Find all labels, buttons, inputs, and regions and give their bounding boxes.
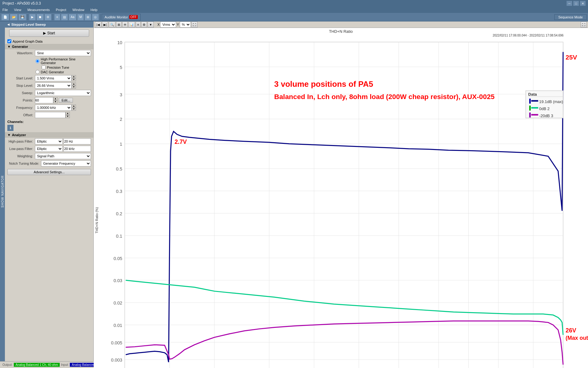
toolbar-btn-4[interactable]: ⚙ [44, 14, 51, 21]
advanced-settings-button[interactable]: Advanced Settings... [7, 169, 91, 175]
precision-tune-row: Precision Tune [36, 65, 91, 69]
waveform-select[interactable]: Sine [35, 50, 91, 56]
offset-input[interactable] [35, 112, 66, 118]
start-level-up[interactable]: ▲ [72, 75, 76, 78]
chart-tb-6[interactable]: ≡ [136, 21, 141, 28]
freq-up[interactable]: ▲ [72, 105, 76, 108]
highpass-label: High-pass Filter: [7, 140, 35, 143]
analyzer-section-header[interactable]: ▼ Analyzer [5, 132, 93, 138]
chart-tb-expand[interactable]: ⛶ [191, 21, 198, 28]
toolbar-sep-2 [53, 14, 53, 20]
sweep-select[interactable]: Logarithmic Linear [35, 90, 91, 96]
points-up[interactable]: ▲ [53, 97, 58, 100]
toolbar-open[interactable]: 📂 [10, 14, 18, 21]
dac-label: DAC Generator [41, 70, 64, 74]
start-level-select[interactable]: 1.500 Vrms [35, 75, 72, 81]
points-input[interactable] [35, 97, 53, 103]
chart-tb-cursor[interactable]: ✛ [122, 21, 128, 28]
frequency-select[interactable]: 1.00000 kHz [35, 105, 72, 111]
chart-tb-grid[interactable]: ⊞ [116, 21, 122, 28]
menu-view[interactable]: View [13, 7, 23, 12]
points-label: Points: [7, 98, 35, 102]
chart-tb-8[interactable]: ▼ [148, 21, 154, 28]
dac-radio-row: DAC Generator [36, 70, 91, 74]
main-toolbar: 📄 📂 💾 ▶ ⏹ ⚙ ≡ ▤ Aa M ⊞ ◎ Audible Monitor… [0, 13, 588, 21]
analyzer-collapse-icon: ▼ [7, 133, 11, 137]
high-perf-radio[interactable] [36, 59, 40, 63]
notch-select[interactable]: Generator Frequency [41, 160, 91, 167]
start-level-spinner-btns: ▲ ▼ [72, 75, 76, 81]
toolbar-btn-3[interactable]: ⏹ [36, 14, 44, 21]
output-label: Output: [2, 363, 13, 366]
points-down[interactable]: ▼ [53, 100, 58, 103]
edit-button[interactable]: Edit... [59, 98, 73, 103]
window-controls: ─ □ ✕ [567, 1, 586, 6]
lowpass-filter-select[interactable]: Elliptic [35, 146, 63, 152]
legend-label-3: -20dB 3 [539, 113, 553, 118]
precision-tune-checkbox[interactable] [42, 65, 46, 69]
sequence-mode-button[interactable]: Sequence Mode [554, 14, 587, 20]
menu-measurements[interactable]: Measurements [26, 7, 51, 12]
legend-check-2 [529, 105, 531, 110]
stop-level-up[interactable]: ▲ [72, 82, 76, 86]
toolbar-btn-6[interactable]: ▤ [61, 14, 68, 21]
output-value: Analog Balanced 1 Ch, 40 ohm [14, 363, 60, 367]
lowpass-value-input[interactable] [63, 146, 91, 152]
annotation-line1: 3 volume positions of PA5 [274, 80, 373, 88]
start-button[interactable]: ▶ Start [9, 29, 89, 37]
chart-tb-2[interactable]: ▶| [102, 21, 108, 28]
append-graph-checkbox[interactable] [7, 39, 11, 43]
annotation-27v: 2.7V [175, 138, 187, 145]
toolbar-btn-10[interactable]: ◎ [92, 14, 99, 21]
offset-up[interactable]: ▲ [66, 112, 70, 115]
freq-down[interactable]: ▼ [72, 108, 76, 111]
chart-toolbar: |◀ ▶| 🔍 ⊞ ✛ 📊 ≡ ⚙ ▼ X Vrms Y % ⛶ ⛶ [94, 21, 588, 28]
toolbar-sep-3 [100, 14, 100, 20]
x-axis-label: X [157, 23, 160, 26]
weighting-label: Weighting: [7, 154, 35, 158]
svg-text:3: 3 [120, 92, 122, 97]
menu-file[interactable]: File [1, 7, 9, 12]
menu-window[interactable]: Window [71, 7, 85, 12]
chart-tb-7[interactable]: ⚙ [141, 21, 147, 28]
toolbar-btn-8[interactable]: M [77, 14, 84, 21]
waveform-row: Waveform: Sine [5, 49, 93, 57]
highpass-filter-select[interactable]: Elliptic [35, 138, 63, 144]
toolbar-btn-2[interactable]: ▶ [29, 14, 36, 21]
toolbar-btn-9[interactable]: ⊞ [85, 14, 91, 21]
menu-project[interactable]: Project [55, 7, 67, 12]
svg-text:5: 5 [120, 65, 122, 70]
offset-down[interactable]: ▼ [66, 115, 70, 118]
toolbar-btn-5[interactable]: ≡ [54, 14, 60, 21]
maximize-button[interactable]: □ [573, 1, 579, 6]
toolbar-save[interactable]: 💾 [18, 14, 26, 21]
chart-plot-wrapper: 10 5 3 2 1 0.5 0.3 0.2 0.1 0.05 0.03 0.0… [100, 37, 588, 368]
generator-section-header[interactable]: ▼ Generator [5, 44, 93, 49]
minimize-button[interactable]: ─ [567, 1, 572, 6]
x-axis-select[interactable]: Vrms [160, 21, 176, 28]
start-level-down[interactable]: ▼ [72, 78, 76, 81]
chart-fullscreen[interactable]: ⛶ [581, 21, 587, 28]
chart-tb-zoom[interactable]: 🔍 [109, 21, 115, 28]
weighting-select[interactable]: Signal Path [35, 153, 91, 159]
toolbar-new[interactable]: 📄 [1, 14, 9, 21]
chart-tb-1[interactable]: |◀ [95, 21, 101, 28]
points-spinner-btns: ▲ ▼ [53, 97, 58, 103]
channel-1-box[interactable]: 1 [7, 125, 13, 131]
menu-help[interactable]: Help [89, 7, 99, 12]
toolbar-btn-7[interactable]: Aa [69, 14, 77, 21]
navigator-tab[interactable]: SHOW NAVIGATOR [0, 21, 5, 361]
highpass-value-input[interactable] [63, 138, 91, 144]
off-badge[interactable]: OFF [129, 15, 138, 19]
stop-level-down[interactable]: ▼ [72, 86, 76, 89]
stop-level-select[interactable]: 26.66 Vrms [35, 82, 72, 89]
svg-text:0.003: 0.003 [111, 358, 123, 362]
y-axis-label: THD+N Ratio (%) [94, 37, 100, 368]
y-axis-select[interactable]: % [180, 21, 191, 28]
panel-header[interactable]: ◀ Stepped Level Sweep [5, 21, 93, 28]
chart-tb-5[interactable]: 📊 [128, 21, 135, 28]
frequency-row: Frequency: 1.00000 kHz ▲ ▼ [5, 104, 93, 111]
points-spinner: ▲ ▼ [35, 97, 58, 103]
close-button[interactable]: ✕ [580, 1, 586, 6]
dac-radio[interactable] [36, 70, 40, 74]
